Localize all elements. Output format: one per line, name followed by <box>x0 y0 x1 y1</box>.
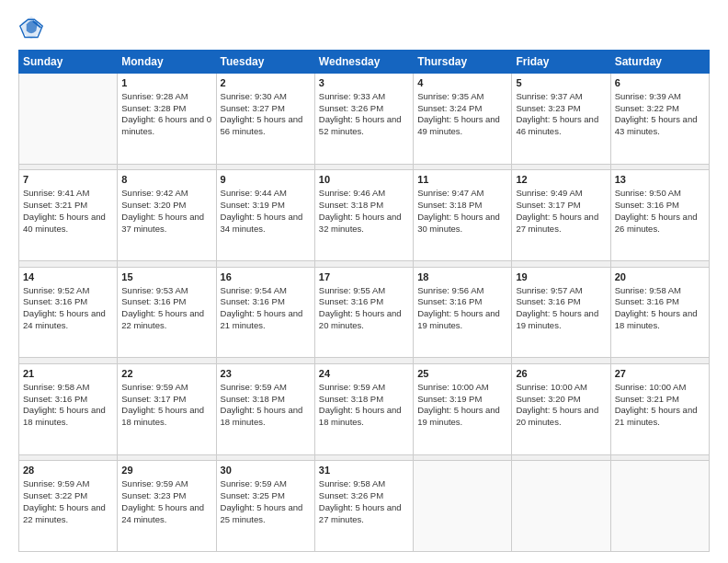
week-divider <box>19 260 710 267</box>
calendar-cell: 25Sunrise: 10:00 AMSunset: 3:19 PMDaylig… <box>414 363 512 454</box>
day-info: Sunrise: 9:59 AMSunset: 3:17 PMDaylight:… <box>121 382 204 427</box>
calendar-cell: 15Sunrise: 9:53 AMSunset: 3:16 PMDayligh… <box>118 267 216 358</box>
calendar-cell: 9Sunrise: 9:44 AMSunset: 3:19 PMDaylight… <box>216 170 314 261</box>
day-number: 15 <box>121 270 211 284</box>
divider-cell <box>414 260 512 267</box>
day-number: 24 <box>319 367 409 381</box>
calendar-cell: 1Sunrise: 9:28 AMSunset: 3:28 PMDaylight… <box>118 74 216 165</box>
calendar-cell: 16Sunrise: 9:54 AMSunset: 3:16 PMDayligh… <box>216 267 314 358</box>
calendar-cell: 26Sunrise: 10:00 AMSunset: 3:20 PMDaylig… <box>512 363 610 454</box>
day-number: 30 <box>221 464 311 477</box>
weekday-header-row: SundayMondayTuesdayWednesdayThursdayFrid… <box>19 51 710 74</box>
calendar-cell: 5Sunrise: 9:37 AMSunset: 3:23 PMDaylight… <box>512 74 610 165</box>
divider-cell <box>118 358 216 364</box>
divider-cell <box>512 358 610 364</box>
calendar-table: SundayMondayTuesdayWednesdayThursdayFrid… <box>18 50 710 552</box>
calendar-cell: 24Sunrise: 9:59 AMSunset: 3:18 PMDayligh… <box>314 363 413 454</box>
day-number: 10 <box>319 173 409 187</box>
week-divider <box>19 164 710 170</box>
divider-cell <box>314 454 413 461</box>
divider-cell <box>216 260 314 267</box>
weekday-header-sunday: Sunday <box>19 51 118 74</box>
day-number: 17 <box>319 270 409 284</box>
calendar-cell: 8Sunrise: 9:42 AMSunset: 3:20 PMDaylight… <box>118 170 216 261</box>
day-info: Sunrise: 9:46 AMSunset: 3:18 PMDaylight:… <box>319 188 402 233</box>
day-number: 3 <box>319 76 409 90</box>
calendar-cell: 21Sunrise: 9:58 AMSunset: 3:16 PMDayligh… <box>19 363 118 454</box>
day-number: 12 <box>516 173 606 187</box>
day-info: Sunrise: 9:55 AMSunset: 3:16 PMDaylight:… <box>319 285 402 330</box>
divider-cell <box>118 164 216 170</box>
day-number: 19 <box>516 270 606 284</box>
day-number: 23 <box>221 367 311 381</box>
week-row-3: 14Sunrise: 9:52 AMSunset: 3:16 PMDayligh… <box>19 267 710 358</box>
calendar-cell: 12Sunrise: 9:49 AMSunset: 3:17 PMDayligh… <box>512 170 610 261</box>
day-info: Sunrise: 9:39 AMSunset: 3:22 PMDaylight:… <box>615 91 698 136</box>
day-number: 14 <box>23 270 113 284</box>
day-info: Sunrise: 9:58 AMSunset: 3:16 PMDaylight:… <box>23 382 106 427</box>
day-number: 25 <box>417 367 507 381</box>
divider-cell <box>216 454 314 461</box>
divider-cell <box>19 260 118 267</box>
calendar-cell: 13Sunrise: 9:50 AMSunset: 3:16 PMDayligh… <box>610 170 709 261</box>
day-number: 11 <box>417 173 507 187</box>
day-info: Sunrise: 9:49 AMSunset: 3:17 PMDaylight:… <box>516 188 598 233</box>
weekday-header-saturday: Saturday <box>610 51 709 74</box>
week-row-1: 1Sunrise: 9:28 AMSunset: 3:28 PMDaylight… <box>19 74 710 165</box>
divider-cell <box>118 260 216 267</box>
calendar-cell: 19Sunrise: 9:57 AMSunset: 3:16 PMDayligh… <box>512 267 610 358</box>
divider-cell <box>314 164 413 170</box>
divider-cell <box>314 260 413 267</box>
week-divider <box>19 454 710 461</box>
day-number: 18 <box>417 270 507 284</box>
calendar-cell: 7Sunrise: 9:41 AMSunset: 3:21 PMDaylight… <box>19 170 118 261</box>
day-number: 22 <box>121 367 211 381</box>
day-number: 31 <box>319 464 409 477</box>
weekday-header-friday: Friday <box>512 51 610 74</box>
divider-cell <box>216 164 314 170</box>
divider-cell <box>512 164 610 170</box>
divider-cell <box>610 454 709 461</box>
day-info: Sunrise: 9:30 AMSunset: 3:27 PMDaylight:… <box>221 91 303 136</box>
divider-cell <box>610 260 709 267</box>
week-row-4: 21Sunrise: 9:58 AMSunset: 3:16 PMDayligh… <box>19 363 710 454</box>
page: SundayMondayTuesdayWednesdayThursdayFrid… <box>0 0 728 563</box>
day-info: Sunrise: 9:57 AMSunset: 3:16 PMDaylight:… <box>516 285 598 330</box>
calendar-cell <box>610 461 709 552</box>
week-row-2: 7Sunrise: 9:41 AMSunset: 3:21 PMDaylight… <box>19 170 710 261</box>
day-number: 27 <box>615 367 705 381</box>
day-number: 26 <box>516 367 606 381</box>
divider-cell <box>19 358 118 364</box>
calendar-cell: 27Sunrise: 10:00 AMSunset: 3:21 PMDaylig… <box>610 363 709 454</box>
calendar-cell <box>414 461 512 552</box>
calendar-cell <box>512 461 610 552</box>
calendar-cell: 14Sunrise: 9:52 AMSunset: 3:16 PMDayligh… <box>19 267 118 358</box>
divider-cell <box>118 454 216 461</box>
calendar-cell: 22Sunrise: 9:59 AMSunset: 3:17 PMDayligh… <box>118 363 216 454</box>
day-info: Sunrise: 9:37 AMSunset: 3:23 PMDaylight:… <box>516 91 598 136</box>
day-info: Sunrise: 9:44 AMSunset: 3:19 PMDaylight:… <box>221 188 303 233</box>
divider-cell <box>610 164 709 170</box>
calendar-cell: 30Sunrise: 9:59 AMSunset: 3:25 PMDayligh… <box>216 461 314 552</box>
day-info: Sunrise: 9:59 AMSunset: 3:25 PMDaylight:… <box>221 478 303 523</box>
day-number: 6 <box>615 76 705 90</box>
day-info: Sunrise: 9:59 AMSunset: 3:18 PMDaylight:… <box>221 382 303 427</box>
logo-icon <box>18 15 44 40</box>
calendar-cell: 2Sunrise: 9:30 AMSunset: 3:27 PMDaylight… <box>216 74 314 165</box>
calendar-cell: 18Sunrise: 9:56 AMSunset: 3:16 PMDayligh… <box>414 267 512 358</box>
day-number: 28 <box>23 464 113 477</box>
day-number: 7 <box>23 173 113 187</box>
weekday-header-thursday: Thursday <box>414 51 512 74</box>
day-number: 9 <box>221 173 311 187</box>
day-info: Sunrise: 9:52 AMSunset: 3:16 PMDaylight:… <box>23 285 106 330</box>
day-info: Sunrise: 9:50 AMSunset: 3:16 PMDaylight:… <box>615 188 698 233</box>
day-info: Sunrise: 9:28 AMSunset: 3:28 PMDaylight:… <box>121 91 211 136</box>
divider-cell <box>314 358 413 364</box>
divider-cell <box>19 164 118 170</box>
calendar-cell: 6Sunrise: 9:39 AMSunset: 3:22 PMDaylight… <box>610 74 709 165</box>
day-number: 13 <box>615 173 705 187</box>
divider-cell <box>414 164 512 170</box>
day-number: 1 <box>121 76 211 90</box>
day-number: 29 <box>121 464 211 477</box>
divider-cell <box>414 454 512 461</box>
